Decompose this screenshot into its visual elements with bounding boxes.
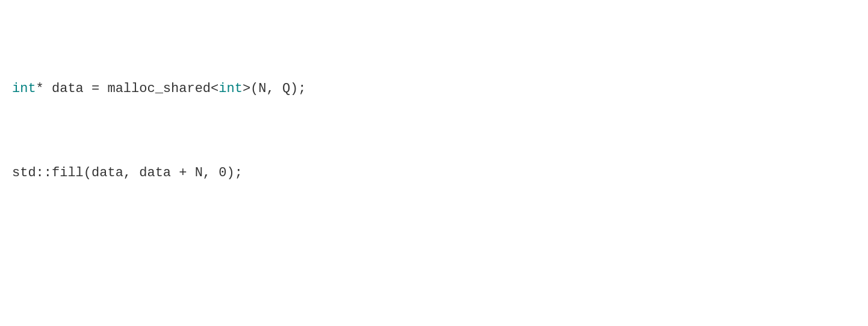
code-block: int* data = malloc_shared<int>(N, Q); st… [12,14,856,326]
kw-int-2: int [219,81,243,96]
code-line-blank-1 [12,247,856,268]
code-segment: std::fill(data, data + N, 0); [12,165,243,180]
code-segment: >(N, Q); [243,81,306,96]
kw-int-1: int [12,81,36,96]
code-line-1: int* data = malloc_shared<int>(N, Q); [12,78,856,99]
code-line-2: std::fill(data, data + N, 0); [12,162,856,183]
code-segment: * data = malloc_shared< [36,81,219,96]
